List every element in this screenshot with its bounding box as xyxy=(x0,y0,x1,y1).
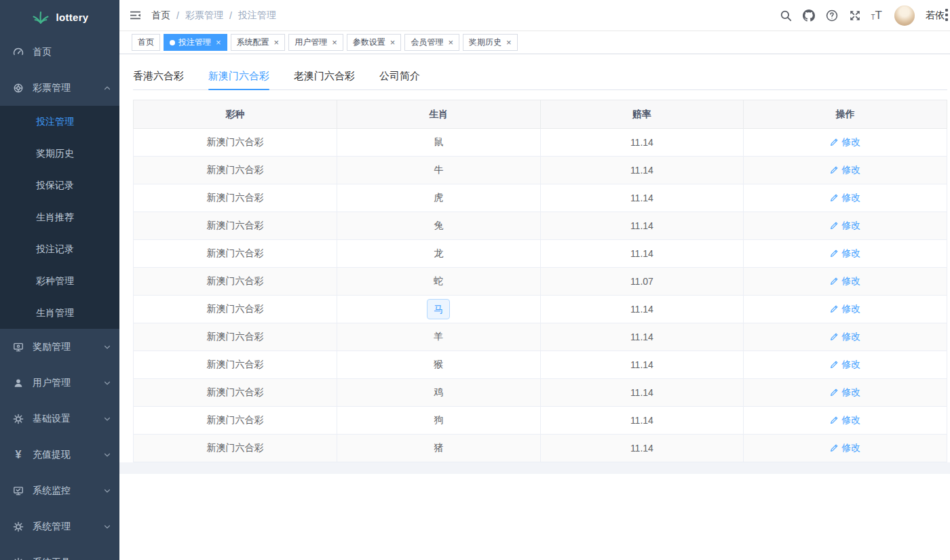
tag-label: 用户管理 xyxy=(294,37,327,48)
cell-action: 修改 xyxy=(744,129,947,157)
tag-close-icon[interactable]: × xyxy=(506,38,512,47)
edit-button[interactable]: 修改 xyxy=(830,247,860,260)
sidebar-toggle-icon[interactable] xyxy=(119,0,151,31)
edit-button[interactable]: 修改 xyxy=(830,220,860,232)
table-row: 新澳门六合彩虎11.14修改 xyxy=(134,184,947,212)
submenu-item-draw-history[interactable]: 奖期历史 xyxy=(0,138,119,169)
app-window: lottery 首页彩票管理投注管理奖期历史投保记录生肖推荐投注记录彩种管理生肖… xyxy=(0,0,950,560)
font-size-icon[interactable]: TT xyxy=(871,9,883,21)
tag-system-config[interactable]: 系统配置× xyxy=(231,34,286,51)
submenu-item-lottery-type-manage[interactable]: 彩种管理 xyxy=(0,265,119,297)
sidebar-item-recharge-withdraw[interactable]: ¥充值提现 xyxy=(0,437,119,473)
gear-icon xyxy=(12,557,24,560)
logo[interactable]: lottery xyxy=(0,0,119,34)
tag-param-settings[interactable]: 参数设置× xyxy=(347,34,402,51)
tab-new-macau-lottery[interactable]: 新澳门六合彩 xyxy=(208,63,269,89)
tag-label: 首页 xyxy=(138,37,154,48)
sidebar-item-label: 奖励管理 xyxy=(33,341,103,353)
table-row: 新澳门六合彩猪11.14修改 xyxy=(134,435,947,462)
submenu-item-bet-manage[interactable]: 投注管理 xyxy=(0,106,119,138)
edit-label: 修改 xyxy=(841,414,860,426)
help-icon[interactable] xyxy=(825,9,839,22)
edit-button[interactable]: 修改 xyxy=(830,442,860,454)
submenu-item-zodiac-manage[interactable]: 生肖管理 xyxy=(0,297,119,329)
sidebar-item-user-manage[interactable]: 用户管理 xyxy=(0,365,119,401)
cell-odds: 11.14 xyxy=(540,240,744,268)
breadcrumb-lottery-manage[interactable]: 彩票管理 xyxy=(185,9,223,22)
tab-old-macau-lottery[interactable]: 老澳门六合彩 xyxy=(294,63,355,89)
tag-label: 会员管理 xyxy=(411,37,443,48)
user-avatar[interactable] xyxy=(894,5,915,26)
tag-member-manage[interactable]: 会员管理× xyxy=(404,34,459,51)
cell-lottery-type: 新澳门六合彩 xyxy=(134,184,337,212)
odds-table-body: 新澳门六合彩鼠11.14修改新澳门六合彩牛11.14修改新澳门六合彩虎11.14… xyxy=(134,129,947,462)
edit-pencil-icon xyxy=(830,388,839,397)
top-navbar: 首页 / 彩票管理 / 投注管理 xyxy=(119,0,950,31)
cell-zodiac: 龙 xyxy=(337,240,540,268)
breadcrumb-current: 投注管理 xyxy=(238,9,276,22)
sidebar-item-basic-settings[interactable]: 基础设置 xyxy=(0,401,119,437)
tag-close-icon[interactable]: × xyxy=(390,38,396,47)
sidebar-item-home[interactable]: 首页 xyxy=(0,34,119,70)
sidebar-item-label: 系统工具 xyxy=(33,557,103,560)
edit-button[interactable]: 修改 xyxy=(830,136,860,148)
search-icon[interactable] xyxy=(779,9,793,22)
tag-label: 系统配置 xyxy=(237,37,269,48)
edit-button[interactable]: 修改 xyxy=(830,275,860,287)
submenu-item-bet-records[interactable]: 投注记录 xyxy=(0,233,119,265)
more-options-icon[interactable] xyxy=(945,9,950,21)
edit-button[interactable]: 修改 xyxy=(830,192,860,204)
username[interactable]: 若依 xyxy=(926,9,945,22)
sidebar-item-reward-manage[interactable]: 奖励管理 xyxy=(0,329,119,365)
cell-zodiac: 虎 xyxy=(337,184,540,212)
sidebar-item-label: 首页 xyxy=(33,46,111,58)
cell-zodiac: 猪 xyxy=(337,435,540,462)
sidebar-item-lottery-manage[interactable]: 彩票管理 xyxy=(0,70,119,106)
tag-close-icon[interactable]: × xyxy=(448,38,453,47)
edit-button[interactable]: 修改 xyxy=(830,386,860,399)
tag-bet-manage[interactable]: 投注管理× xyxy=(164,34,227,51)
edit-button[interactable]: 修改 xyxy=(830,331,860,343)
github-icon[interactable] xyxy=(802,9,816,22)
column-header: 彩种 xyxy=(134,100,337,129)
sidebar-item-system-manage[interactable]: 系统管理 xyxy=(0,508,119,544)
active-tag-dot xyxy=(170,40,175,45)
cell-action: 修改 xyxy=(744,323,947,351)
edit-button[interactable]: 修改 xyxy=(830,359,860,371)
sidebar-item-system-monitor[interactable]: 系统监控 xyxy=(0,473,119,508)
edit-button[interactable]: 修改 xyxy=(830,303,860,315)
sidebar-item-system-tools[interactable]: 系统工具 xyxy=(0,544,119,560)
yen-icon: ¥ xyxy=(12,449,24,461)
edit-button[interactable]: 修改 xyxy=(830,414,860,426)
tab-company-intro[interactable]: 公司简介 xyxy=(379,63,420,89)
sidebar-item-label: 彩票管理 xyxy=(33,82,103,94)
edit-button[interactable]: 修改 xyxy=(830,164,860,176)
page-content: 香港六合彩新澳门六合彩老澳门六合彩公司简介 彩种生肖赔率操作 新澳门六合彩鼠11… xyxy=(119,54,950,560)
tag-draw-history[interactable]: 奖期历史× xyxy=(463,34,518,51)
table-row: 新澳门六合彩鼠11.14修改 xyxy=(134,129,947,157)
cell-action: 修改 xyxy=(744,212,947,240)
tag-close-icon[interactable]: × xyxy=(216,38,221,47)
submenu-item-zodiac-recommend[interactable]: 生肖推荐 xyxy=(0,201,119,233)
cell-zodiac: 鼠 xyxy=(337,129,540,157)
tag-user-manage[interactable]: 用户管理× xyxy=(288,34,343,51)
cell-odds: 11.14 xyxy=(540,407,744,435)
edit-pencil-icon xyxy=(830,416,839,424)
cell-zodiac: 狗 xyxy=(337,407,540,435)
tag-close-icon[interactable]: × xyxy=(274,38,280,47)
sidebar-item-label: 用户管理 xyxy=(33,377,103,389)
fullscreen-icon[interactable] xyxy=(848,9,862,22)
zodiac-badge[interactable]: 马 xyxy=(427,299,450,319)
submenu-item-insure-records[interactable]: 投保记录 xyxy=(0,169,119,201)
tag-close-icon[interactable]: × xyxy=(332,38,337,47)
cell-odds: 11.14 xyxy=(540,129,744,157)
gear-icon xyxy=(12,413,24,425)
table-row: 新澳门六合彩鸡11.14修改 xyxy=(134,379,947,407)
tag-home[interactable]: 首页 xyxy=(132,34,160,51)
edit-label: 修改 xyxy=(841,359,860,371)
tags-bar: 首页投注管理×系统配置×用户管理×参数设置×会员管理×奖期历史× xyxy=(119,31,950,54)
tab-hk-lottery[interactable]: 香港六合彩 xyxy=(133,63,184,89)
breadcrumb-home[interactable]: 首页 xyxy=(151,9,170,22)
column-header: 操作 xyxy=(744,100,947,129)
edit-pencil-icon xyxy=(830,138,839,146)
